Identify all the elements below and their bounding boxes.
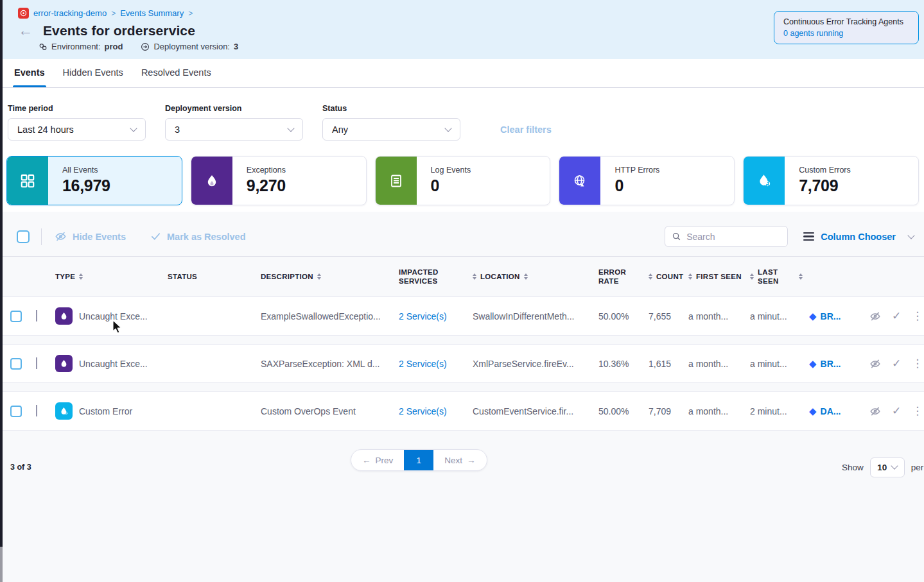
hamburger-icon bbox=[803, 232, 814, 241]
environment-icon bbox=[39, 42, 48, 51]
page-number-button[interactable]: 1 bbox=[404, 450, 433, 470]
resolve-event-icon[interactable]: ✓ bbox=[892, 309, 901, 323]
event-type: Uncaught Exce... bbox=[79, 311, 148, 321]
breadcrumb-section-link[interactable]: Events Summary bbox=[120, 8, 184, 18]
column-header-error-rate[interactable]: ERROR RATE bbox=[598, 268, 649, 286]
clear-filters-button[interactable]: Clear filters bbox=[500, 124, 552, 135]
per-page-label: per page bbox=[911, 463, 924, 472]
deployment-version-select[interactable]: 3 bbox=[165, 118, 303, 141]
events-list-section: Hide Events Mark as Resolved Column Choo… bbox=[0, 212, 924, 582]
page-size-control: Show 10 per page bbox=[842, 458, 924, 477]
divider bbox=[41, 228, 42, 245]
card-label: Exceptions bbox=[247, 166, 286, 175]
prev-page-button[interactable]: ← Prev bbox=[351, 450, 404, 470]
page-title: Events for orderservice bbox=[43, 23, 195, 39]
environment-value: prod bbox=[105, 42, 123, 51]
chevron-down-icon bbox=[287, 124, 294, 132]
column-header-type[interactable]: TYPE bbox=[55, 272, 152, 281]
filters-bar: Time period Last 24 hours Deployment ver… bbox=[0, 88, 924, 155]
card-value: 9,270 bbox=[247, 176, 286, 195]
tab-events[interactable]: Events bbox=[13, 59, 46, 87]
exception-type-icon bbox=[55, 355, 73, 372]
card-custom-errors[interactable]: Custom Errors 7,709 bbox=[743, 156, 919, 205]
breadcrumb-separator: > bbox=[188, 9, 193, 18]
jira-ticket-icon: ◆ bbox=[809, 358, 817, 370]
column-header-status[interactable]: STATUS bbox=[152, 272, 254, 281]
flame-gear-icon bbox=[756, 173, 772, 189]
card-log-events[interactable]: Log Events 0 bbox=[375, 156, 551, 205]
chevron-right-icon[interactable] bbox=[36, 357, 37, 369]
status-select[interactable]: Any bbox=[322, 118, 460, 141]
row-checkbox[interactable] bbox=[10, 406, 22, 417]
card-all-events[interactable]: All Events 16,979 bbox=[6, 156, 182, 205]
hide-events-label: Hide Events bbox=[73, 232, 126, 242]
search-input[interactable] bbox=[686, 232, 776, 242]
chevron-right-icon[interactable] bbox=[36, 310, 37, 321]
row-menu-icon[interactable]: ⋮ bbox=[912, 357, 923, 370]
table-header-row: TYPE STATUS DESCRIPTION IMPACTED SERVICE… bbox=[0, 257, 924, 296]
resolve-event-icon[interactable]: ✓ bbox=[892, 357, 901, 370]
column-header-first-seen[interactable]: FIRST SEEN bbox=[688, 272, 750, 281]
hide-event-icon[interactable] bbox=[869, 311, 881, 322]
sort-icon bbox=[799, 273, 803, 280]
hide-event-icon[interactable] bbox=[869, 358, 881, 370]
next-page-button[interactable]: Next → bbox=[433, 450, 486, 470]
error-rate: 50.00% bbox=[598, 311, 649, 321]
table-row[interactable]: Uncaught Exce... ExampleSwallowedExcepti… bbox=[0, 296, 924, 336]
back-arrow-icon[interactable]: ← bbox=[18, 23, 33, 38]
breadcrumb-separator: > bbox=[111, 9, 116, 18]
deployment-label: Deployment version: bbox=[153, 42, 230, 51]
card-http-errors[interactable]: HTTP Errors 0 bbox=[559, 156, 735, 205]
jira-ticket-icon: ◆ bbox=[809, 311, 817, 322]
deployment-meta: Deployment version: 3 bbox=[141, 42, 238, 51]
tab-bar: Events Hidden Events Resolved Events bbox=[0, 59, 924, 88]
tab-resolved-events[interactable]: Resolved Events bbox=[140, 59, 213, 87]
card-exceptions[interactable]: Exceptions 9,270 bbox=[191, 156, 367, 205]
column-header-last-seen[interactable]: LAST SEEN bbox=[750, 268, 809, 286]
column-header-description[interactable]: DESCRIPTION bbox=[254, 272, 399, 281]
row-menu-icon[interactable]: ⋮ bbox=[912, 404, 923, 418]
resolve-event-icon[interactable]: ✓ bbox=[892, 404, 901, 418]
column-header-impacted-services[interactable]: IMPACTED SERVICES bbox=[399, 268, 473, 286]
column-chooser-button[interactable]: Column Chooser bbox=[803, 232, 914, 242]
sort-icon bbox=[688, 273, 692, 280]
deployment-version-label: Deployment version bbox=[165, 104, 303, 113]
page-header: error-tracking-demo > Events Summary > ←… bbox=[0, 0, 924, 59]
select-all-checkbox[interactable] bbox=[17, 230, 30, 243]
ticket-link[interactable]: DA... bbox=[821, 406, 841, 416]
mark-resolved-button[interactable]: Mark as Resolved bbox=[150, 231, 246, 242]
time-period-select[interactable]: Last 24 hours bbox=[8, 118, 146, 141]
card-label: HTTP Errors bbox=[615, 166, 659, 175]
ticket-link[interactable]: BR... bbox=[821, 359, 841, 369]
ticket-link[interactable]: BR... bbox=[821, 311, 841, 321]
agents-title: Continuous Error Tracking Agents bbox=[783, 17, 909, 26]
tab-hidden-events[interactable]: Hidden Events bbox=[62, 59, 125, 87]
document-icon bbox=[388, 173, 404, 189]
column-header-count[interactable]: COUNT bbox=[649, 272, 688, 281]
impacted-services-link[interactable]: 2 Service(s) bbox=[399, 406, 473, 416]
card-value: 16,979 bbox=[62, 176, 110, 195]
hide-events-button[interactable]: Hide Events bbox=[55, 230, 126, 243]
impacted-services-link[interactable]: 2 Service(s) bbox=[399, 359, 473, 369]
page-size-select[interactable]: 10 bbox=[870, 458, 905, 477]
agents-running-link[interactable]: 0 agents running bbox=[783, 29, 909, 38]
table-row[interactable]: Custom Error Custom OverOps Event 2 Serv… bbox=[0, 391, 924, 431]
chevron-right-icon[interactable] bbox=[36, 405, 37, 416]
exception-type-icon bbox=[55, 307, 73, 325]
breadcrumb-project-link[interactable]: error-tracking-demo bbox=[33, 8, 107, 18]
row-checkbox[interactable] bbox=[10, 358, 22, 370]
last-seen: 2 minut... bbox=[750, 406, 809, 416]
sort-icon bbox=[317, 273, 321, 280]
chevron-down-icon bbox=[907, 232, 914, 239]
column-chooser-label: Column Chooser bbox=[821, 232, 896, 242]
hide-event-icon[interactable] bbox=[869, 406, 881, 417]
environment-meta: Environment: prod bbox=[39, 42, 123, 51]
check-icon bbox=[150, 231, 161, 242]
column-header-location[interactable]: LOCATION bbox=[473, 272, 598, 281]
row-checkbox[interactable] bbox=[10, 311, 22, 322]
impacted-services-link[interactable]: 2 Service(s) bbox=[399, 311, 473, 321]
row-menu-icon[interactable]: ⋮ bbox=[912, 309, 923, 323]
last-seen: a minut... bbox=[750, 311, 809, 321]
table-row[interactable]: Uncaught Exce... SAXParseException: XML … bbox=[0, 344, 924, 383]
project-icon bbox=[18, 8, 29, 19]
